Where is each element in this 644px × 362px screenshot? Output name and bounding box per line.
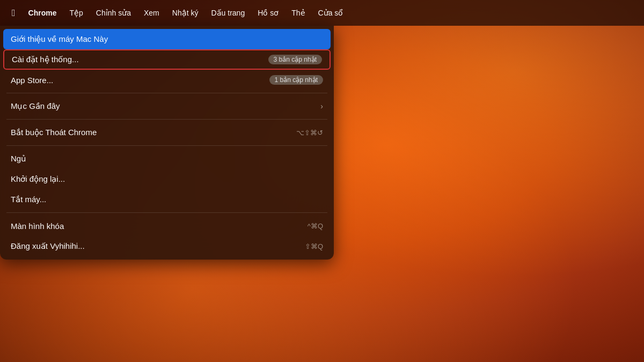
app-store-label: App Store... — [11, 76, 53, 85]
app-store-right: 1 bản cập nhật — [269, 75, 323, 85]
about-mac-label: Giới thiệu về máy Mac Này — [11, 34, 108, 44]
sleep-label: Ngủ — [11, 154, 26, 164]
hoso-menu-item[interactable]: Hồ sơ — [252, 4, 284, 21]
restart-label: Khởi động lại... — [11, 174, 65, 184]
the-menu-item[interactable]: Thẻ — [286, 4, 310, 21]
shutdown-item[interactable]: Tắt máy... — [0, 189, 334, 210]
separator-4 — [6, 212, 327, 213]
system-settings-badge: 3 bản cập nhật — [268, 55, 322, 64]
force-quit-shortcut: ⌥⇧⌘↺ — [296, 129, 323, 137]
lock-screen-label: Màn hình khóa — [11, 221, 64, 231]
recent-items-arrow: › — [320, 102, 323, 110]
chrome-menu-item[interactable]: Chrome — [23, 4, 62, 21]
chinhsua-menu-item[interactable]: Chỉnh sửa — [91, 4, 136, 21]
separator-3 — [6, 145, 327, 146]
force-quit-item[interactable]: Bắt buộc Thoát Chrome ⌥⇧⌘↺ — [0, 122, 334, 143]
restart-item[interactable]: Khởi động lại... — [0, 169, 334, 189]
system-settings-label: Cài đặt hệ thống... — [12, 55, 79, 64]
menu-bar:  Chrome Tệp Chỉnh sửa Xem Nhật ký Dấu t… — [0, 0, 644, 26]
logout-item[interactable]: Đăng xuất Vyhihihi... ⇧⌘Q — [0, 236, 334, 256]
sleep-item[interactable]: Ngủ — [0, 149, 334, 169]
system-settings-right: 3 bản cập nhật — [268, 55, 322, 64]
separator-2 — [6, 119, 327, 120]
lock-screen-shortcut: ^⌘Q — [308, 222, 323, 230]
nhatky-menu-item[interactable]: Nhật ký — [167, 4, 204, 21]
cuaso-menu-item[interactable]: Cửa sổ — [313, 4, 349, 21]
app-store-badge: 1 bản cập nhật — [269, 75, 323, 85]
system-settings-item[interactable]: Cài đặt hệ thống... 3 bản cập nhật — [3, 49, 331, 70]
recent-items-item[interactable]: Mục Gần đây › — [0, 96, 334, 116]
tep-menu-item[interactable]: Tệp — [64, 4, 88, 21]
about-mac-item[interactable]: Giới thiệu về máy Mac Này — [3, 29, 331, 49]
logout-label: Đăng xuất Vyhihihi... — [11, 241, 85, 251]
xem-menu-item[interactable]: Xem — [138, 4, 165, 21]
logout-shortcut: ⇧⌘Q — [305, 242, 323, 250]
app-store-item[interactable]: App Store... 1 bản cập nhật — [0, 70, 334, 90]
separator-1 — [6, 93, 327, 93]
apple-dropdown-menu: Giới thiệu về máy Mac Này Cài đặt hệ thố… — [0, 26, 334, 260]
apple-menu-item[interactable]:  — [6, 4, 21, 21]
recent-items-label: Mục Gần đây — [11, 101, 60, 111]
shutdown-label: Tắt máy... — [11, 195, 46, 204]
dautrang-menu-item[interactable]: Dấu trang — [206, 4, 250, 21]
force-quit-label: Bắt buộc Thoát Chrome — [11, 128, 97, 137]
lock-screen-item[interactable]: Màn hình khóa ^⌘Q — [0, 216, 334, 236]
